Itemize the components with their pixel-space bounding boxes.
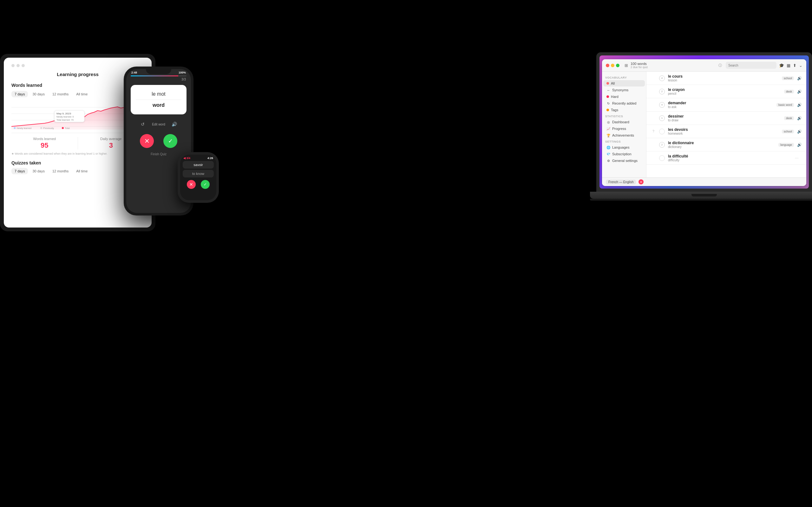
translation-4: to draw [668, 118, 781, 122]
watch-correct-btn[interactable]: ✓ [201, 180, 210, 189]
macbook-screen: ⊞ 100 words 2 due for quiz ⓘ 🎓 ▦ ⬆ ⌄ [600, 55, 809, 188]
quiz-tab-12months[interactable]: 12 months [49, 168, 72, 174]
level-icon-2: 2 [659, 89, 665, 95]
audio-3[interactable]: 🔊 [797, 103, 802, 107]
tag-5: school [782, 130, 794, 133]
iphone-notch [146, 66, 171, 74]
word-info-2: le crayon pencil [668, 88, 781, 95]
card-divider [136, 100, 182, 100]
quiz-tab-alltime[interactable]: All time [73, 168, 91, 174]
sidebar-dashboard-label: Dashboard [612, 120, 629, 124]
iphone-controls: ↺ Edit word 🔊 [126, 117, 191, 131]
lang-close-btn[interactable]: ✕ [639, 179, 644, 184]
mac-word-list: 4 le cours lesson school 🔊 2 [647, 72, 806, 177]
french-word-5: les devoirs [668, 127, 779, 132]
mac-bottom-bar: French — English ✕ [602, 177, 806, 186]
row-num-5: ? [651, 130, 656, 133]
word-row-3: 4 demander to ask basic word 🔊 [647, 98, 806, 112]
share-icon[interactable]: ⬆ [793, 63, 797, 68]
tag-6: language [778, 143, 794, 147]
sidebar-item-achievements[interactable]: 🏆 Achievements [603, 132, 645, 138]
maximize-traffic-light[interactable] [616, 64, 619, 67]
french-word-4: dessiner [668, 114, 781, 118]
minimize-traffic-light[interactable] [611, 64, 614, 67]
sidebar-item-languages[interactable]: 🌐 Languages [603, 144, 645, 151]
word-info-3: demander to ask [668, 101, 773, 109]
statistics-section-label: Statistics [602, 113, 646, 118]
tag-4: desk [784, 116, 794, 120]
watch-wrong-btn[interactable]: ✕ [187, 180, 196, 189]
settings-icon: ⚙ [606, 159, 610, 163]
audio-4[interactable]: 🔊 [797, 116, 802, 120]
hard-dot [606, 95, 609, 98]
word-info-7: la difficulté difficulty [668, 154, 792, 162]
close-traffic-light[interactable] [606, 64, 609, 67]
watch-header: ◀ 3/4 4:26 [180, 155, 216, 160]
sidebar-item-dashboard[interactable]: ◎ Dashboard [603, 119, 645, 125]
words-learned-value: 95 [11, 141, 78, 150]
svg-text:Newly learned: 0: Newly learned: 0 [56, 116, 73, 118]
tab-7days[interactable]: 7 days [11, 91, 28, 97]
quiz-tab-7days[interactable]: 7 days [11, 168, 28, 174]
svg-text:May 9, 2023: May 9, 2023 [56, 112, 71, 115]
sidebar-general-label: General settings [612, 159, 638, 163]
all-dot [606, 82, 609, 84]
graduate-icon[interactable]: 🎓 [779, 63, 784, 68]
sidebar-progress-label: Progress [612, 127, 626, 130]
sidebar-item-subscription[interactable]: 💎 Subscription [603, 151, 645, 157]
tab-12months[interactable]: 12 months [49, 91, 72, 97]
grid-icon[interactable]: ▦ [786, 63, 791, 68]
audio-5[interactable]: 🔊 [797, 129, 802, 134]
level-icon-6: 2 [659, 142, 665, 148]
tag-1: school [782, 76, 794, 80]
quiz-tab-30days[interactable]: 30 days [29, 168, 48, 174]
iphone-action-buttons: ✕ ✓ [126, 131, 191, 151]
audio-2[interactable]: 🔊 [797, 89, 802, 94]
edit-word-btn[interactable]: Edit word [152, 123, 165, 126]
svg-text:Previously: Previously [43, 127, 54, 130]
words-learned-label: Words learned [11, 137, 78, 141]
sidebar-toggle-icon[interactable]: ⊞ [624, 63, 628, 68]
watch-counter: ◀ 3/4 [183, 157, 190, 160]
word-row-6: 2 le dictionnaire dictionary language 🔊 [647, 138, 806, 152]
macbook-foot [590, 199, 812, 201]
word-row-4: 1 dessiner to draw desk 🔊 [647, 112, 806, 125]
recently-icon: ↻ [606, 102, 610, 105]
titlebar-info: 100 words 2 due for quiz [630, 62, 716, 69]
translation-2: pencil [668, 92, 781, 95]
traffic-lights [606, 64, 619, 67]
sidebar-item-tags[interactable]: Tags [603, 107, 645, 113]
dashboard-icon: ◎ [606, 120, 610, 124]
french-word-1: le cours [668, 74, 779, 78]
window-subtitle: 2 due for quiz [630, 66, 648, 69]
audio-1[interactable]: 🔊 [797, 76, 802, 80]
watch-translation: to know [183, 170, 214, 177]
iphone-counter: 3/3 [126, 76, 191, 82]
word-info-5: les devoirs homework [668, 127, 779, 135]
french-word-6: le dictionnaire [668, 141, 775, 145]
sidebar-item-progress[interactable]: 📈 Progress [603, 125, 645, 132]
iphone-flashcard: le mot word [131, 85, 187, 114]
tab-alltime[interactable]: All time [73, 91, 91, 97]
mac-search-input[interactable] [726, 62, 776, 69]
sidebar-item-recently-added[interactable]: ↻ Recently added [603, 100, 645, 107]
audio-btn[interactable]: 🔊 [170, 119, 179, 129]
level-icon-3: 4 [659, 102, 665, 108]
sidebar-item-synonyms[interactable]: ↔ Synonyms [603, 87, 645, 93]
word-row-5: ? les devoirs homework school 🔊 [647, 125, 806, 138]
more-icon[interactable]: ⌄ [799, 63, 803, 68]
dot-1 [11, 64, 14, 67]
wrong-btn[interactable]: ✕ [140, 134, 154, 148]
iphone-french-word: le mot [136, 91, 182, 97]
lang-badge: French — English [606, 180, 636, 184]
refresh-btn[interactable]: ↺ [138, 119, 148, 129]
macbook-device: ⊞ 100 words 2 due for quiz ⓘ 🎓 ▦ ⬆ ⌄ [590, 52, 812, 214]
sidebar-item-hard[interactable]: Hard [603, 94, 645, 100]
audio-6[interactable]: 🔊 [797, 143, 802, 147]
translation-3: to ask [668, 105, 773, 109]
sidebar-item-general[interactable]: ⚙ General settings [603, 158, 645, 164]
tab-30days[interactable]: 30 days [29, 91, 48, 97]
correct-btn[interactable]: ✓ [163, 134, 177, 148]
watch-time: 4:26 [207, 157, 213, 160]
sidebar-item-all[interactable]: All [603, 80, 645, 87]
